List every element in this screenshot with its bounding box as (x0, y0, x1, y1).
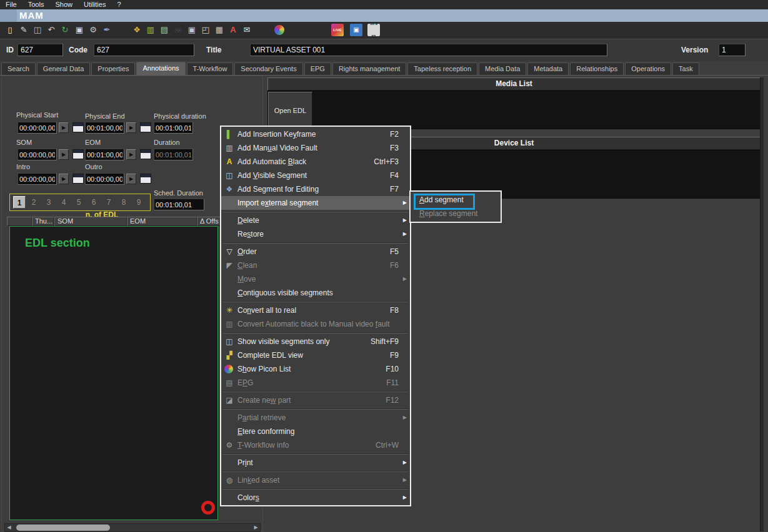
menu-item-partial-retrieve[interactable]: Partial retrieve ▶ (221, 411, 410, 425)
horizontal-scrollbar[interactable]: ◀ ▶ (4, 523, 261, 532)
search-binoculars-icon[interactable]: ∞ (172, 24, 184, 36)
menu-item-import-external-segment[interactable]: Import external segment ▶ (221, 196, 410, 210)
cascade-windows-icon[interactable]: ▣ (186, 24, 198, 36)
edl-number-5[interactable]: 5 (71, 198, 86, 207)
tab-properties[interactable]: Properties (91, 62, 135, 75)
edl-col-eom[interactable]: EOM (127, 217, 197, 226)
som-play-button[interactable]: ▶ (59, 149, 69, 160)
windows-update-icon[interactable]: ❖ (131, 24, 143, 36)
menu-item-convert-automatic-black[interactable]: ▥ Convert Automatic black to Manual vide… (221, 317, 410, 331)
sched-duration-field[interactable] (154, 199, 204, 210)
physical-start-clapperboard-icon[interactable] (72, 122, 84, 132)
scroll-left-arrow-icon[interactable]: ◀ (5, 524, 13, 531)
scrollbar-thumb[interactable] (16, 525, 110, 531)
tab-rights-management[interactable]: Rights management (332, 62, 406, 75)
physical-end-clapperboard-icon[interactable] (140, 122, 151, 132)
title-field[interactable] (250, 44, 607, 56)
preview-document-icon[interactable]: ◰ (199, 24, 212, 36)
menu-file[interactable]: File (0, 0, 22, 9)
intro-field[interactable] (17, 173, 57, 185)
menu-help[interactable]: ? (111, 0, 126, 9)
menu-item-colors[interactable]: Colors ▶ (221, 491, 410, 505)
menu-item-print[interactable]: Print ▶ (221, 456, 410, 470)
tab-t-workflow[interactable]: T-Workflow (187, 62, 234, 75)
physical-start-field[interactable] (17, 122, 57, 134)
edl-number-3[interactable]: 3 (41, 198, 56, 207)
menu-item-delete[interactable]: Delete ▶ (221, 214, 410, 227)
eom-play-button[interactable]: ▶ (126, 149, 136, 160)
menu-item-clean[interactable]: ◤ Clean F6 (221, 259, 410, 272)
menu-show[interactable]: Show (49, 0, 78, 9)
menu-item-order[interactable]: ▽ Order F5 (221, 245, 410, 259)
edl-col-som[interactable]: SOM (54, 217, 127, 226)
menu-item-add-insertion-keyframe[interactable]: ▌ Add Insertion Keyframe F2 (221, 127, 410, 141)
edl-number-4[interactable]: 4 (56, 198, 71, 207)
menu-tools[interactable]: Tools (22, 0, 50, 9)
tab-relationships[interactable]: Relationships (570, 62, 624, 75)
edl-number-9[interactable]: 9 (131, 198, 146, 207)
menu-item-show-visible-segments-only[interactable]: ◫ Show visible segments only Shift+F9 (221, 335, 410, 348)
som-clapperboard-icon[interactable] (72, 149, 84, 159)
settings-gears-icon[interactable]: ⚙ (87, 24, 99, 36)
live-icon[interactable]: LIVE (331, 24, 344, 36)
aspect-169-icon[interactable]: 16:9 SD (367, 24, 380, 36)
menu-item-create-new-part[interactable]: ◪ Create new part F12 (221, 393, 410, 407)
id-field[interactable] (17, 44, 63, 56)
new-document-icon[interactable]: ▯ (4, 24, 16, 36)
scroll-right-arrow-icon[interactable]: ▶ (252, 524, 260, 531)
code-field[interactable] (94, 44, 194, 56)
edit-asset-icon[interactable]: ✎ (17, 24, 30, 36)
tab-epg[interactable]: EPG (304, 62, 331, 75)
menu-item-show-picon-list[interactable]: Show Picon List F10 (221, 362, 410, 376)
edl-col-thumbnail[interactable]: Thu... (32, 217, 54, 226)
menu-item-add-segment-for-editing[interactable]: ❖ Add Segment for Editing F7 (221, 182, 410, 196)
tab-task[interactable]: Task (672, 62, 699, 75)
undo-icon[interactable]: ↶ (45, 24, 57, 36)
version-field[interactable] (719, 44, 746, 56)
refresh-icon[interactable]: ↻ (59, 24, 71, 36)
menu-item-epg[interactable]: ▤ EPG F11 (221, 376, 410, 390)
status-column-icon[interactable]: ▥ (144, 24, 157, 36)
registry-film-icon[interactable]: ▦ (213, 24, 226, 36)
menu-item-contiguous-visible-segments[interactable]: Contiguous visible segments (221, 286, 410, 300)
export-picture-icon[interactable]: ▤ (158, 24, 171, 36)
menu-item-linked-asset[interactable]: ◍ Linked asset ▶ (221, 473, 410, 487)
tab-general-data[interactable]: General Data (37, 62, 90, 75)
spellcheck-abc-icon[interactable]: A (227, 24, 239, 36)
tab-metadata[interactable]: Metadata (527, 62, 569, 75)
som-field[interactable] (17, 149, 57, 160)
tab-operations[interactable]: Operations (625, 62, 671, 75)
physical-end-play-button[interactable]: ▶ (126, 122, 136, 133)
outro-field[interactable] (85, 173, 124, 185)
physical-duration-field[interactable] (154, 122, 193, 134)
edl-number-6[interactable]: 6 (86, 198, 101, 207)
tab-search[interactable]: Search (1, 62, 36, 75)
menu-item-add-automatic-black[interactable]: A Add Automatic Black Ctrl+F3 (221, 155, 410, 169)
menu-item-complete-edl-view[interactable]: ▞ Complete EDL view F9 (221, 348, 410, 362)
open-edl-button[interactable]: Open EDL (268, 92, 312, 129)
menu-item-add-manual-video-fault[interactable]: ▥ Add Manual Video Fault F3 (221, 141, 410, 155)
tools-brush-icon[interactable]: ✒ (101, 24, 113, 36)
menu-item-restore[interactable]: Restore ▶ (221, 227, 410, 241)
eom-clapperboard-icon[interactable] (140, 149, 151, 159)
outro-play-button[interactable]: ▶ (126, 174, 136, 184)
edl-number-2[interactable]: 2 (26, 198, 41, 207)
edl-number-8[interactable]: 8 (116, 198, 131, 207)
tab-annotations[interactable]: Annotations (136, 62, 185, 75)
mail-icon[interactable]: ✉ (241, 24, 253, 36)
tab-secondary-events[interactable]: Secondary Events (234, 62, 302, 75)
edl-number-7[interactable]: 7 (101, 198, 116, 207)
tab-media-data[interactable]: Media Data (479, 62, 526, 75)
menu-item-t-workflow-info[interactable]: ⚙ T-Workflow info Ctrl+W (221, 438, 410, 452)
menu-item-move[interactable]: Move ▶ (221, 272, 410, 286)
menu-item-add-visible-segment[interactable]: ◫ Add Visible Segment F4 (221, 169, 410, 182)
tv-icon[interactable]: ▣ (350, 24, 362, 36)
outro-clapperboard-icon[interactable] (140, 174, 151, 184)
intro-play-button[interactable]: ▶ (59, 174, 69, 184)
copy-icon[interactable]: ▣ (73, 24, 86, 36)
physical-end-field[interactable] (85, 122, 124, 134)
save-icon[interactable]: ◫ (31, 24, 44, 36)
intro-clapperboard-icon[interactable] (72, 174, 84, 184)
tab-tapeless-reception[interactable]: Tapeless reception (407, 62, 477, 75)
menu-item-convert-all-to-real[interactable]: ✳ Convert all to real F8 (221, 303, 410, 317)
